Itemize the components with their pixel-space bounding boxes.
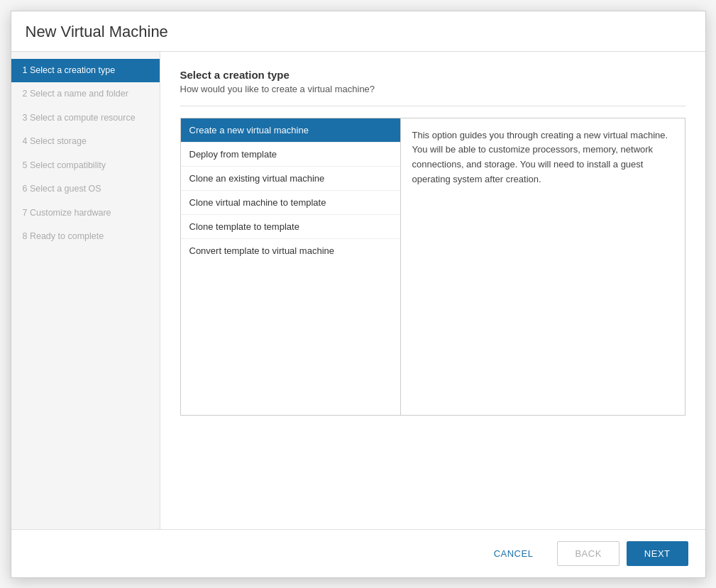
option-convert-template[interactable]: Convert template to virtual machine	[181, 239, 400, 262]
new-vm-dialog: New Virtual Machine 1 Select a creation …	[11, 11, 706, 578]
section-divider	[180, 106, 685, 106]
option-clone-template[interactable]: Clone template to template	[181, 215, 400, 239]
sidebar-item-step4: 4 Select storage	[11, 130, 160, 154]
dialog-footer: CANCEL BACK NEXT	[11, 529, 705, 577]
sidebar-item-step2: 2 Select a name and folder	[11, 82, 160, 106]
cancel-button[interactable]: CANCEL	[477, 542, 551, 565]
option-deploy-template[interactable]: Deploy from template	[181, 143, 400, 167]
options-list[interactable]: Create a new virtual machine Deploy from…	[181, 118, 401, 415]
dialog-body: 1 Select a creation type 2 Select a name…	[11, 52, 705, 529]
sidebar: 1 Select a creation type 2 Select a name…	[11, 52, 160, 529]
dialog-title: New Virtual Machine	[26, 23, 691, 41]
selection-area: Create a new virtual machine Deploy from…	[180, 118, 685, 416]
sidebar-item-step3: 3 Select a compute resource	[11, 106, 160, 131]
sidebar-item-step7: 7 Customize hardware	[11, 201, 160, 226]
back-button[interactable]: BACK	[557, 541, 619, 566]
description-text: This option guides you through creating …	[412, 130, 668, 184]
sidebar-item-step8: 8 Ready to complete	[11, 225, 160, 249]
section-subtitle: How would you like to create a virtual m…	[180, 84, 685, 94]
section-title: Select a creation type	[180, 69, 685, 81]
description-panel: This option guides you through creating …	[401, 118, 685, 415]
sidebar-item-step6: 6 Select a guest OS	[11, 177, 160, 201]
dialog-header: New Virtual Machine	[11, 11, 705, 52]
sidebar-item-step5: 5 Select compatibility	[11, 154, 160, 178]
main-content: Select a creation type How would you lik…	[160, 52, 705, 529]
option-clone-to-template[interactable]: Clone virtual machine to template	[181, 191, 400, 215]
option-new-vm[interactable]: Create a new virtual machine	[181, 118, 400, 143]
option-clone-existing[interactable]: Clone an existing virtual machine	[181, 167, 400, 191]
next-button[interactable]: NEXT	[627, 541, 688, 566]
sidebar-item-step1[interactable]: 1 Select a creation type	[11, 59, 160, 83]
